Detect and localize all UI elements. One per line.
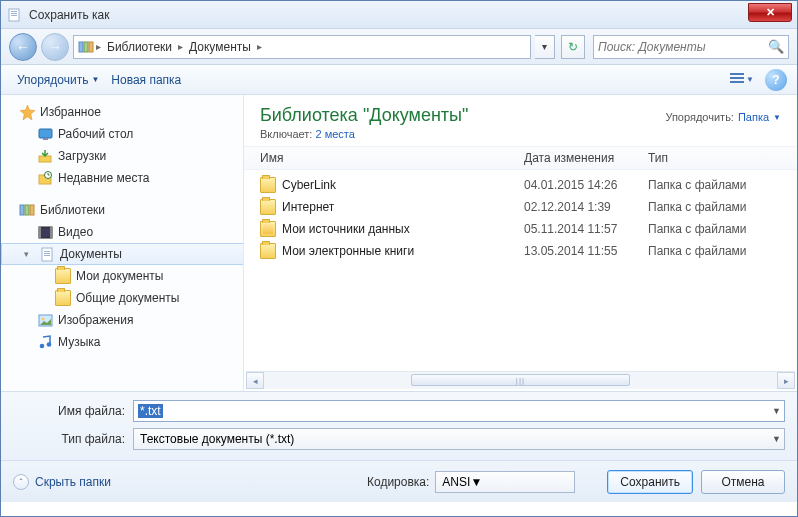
new-folder-button[interactable]: Новая папка: [105, 69, 187, 91]
tree-label: Рабочий стол: [58, 127, 133, 141]
address-bar[interactable]: ▸ Библиотеки ▸ Документы ▸: [73, 35, 531, 59]
folder-icon: [260, 243, 276, 259]
svg-rect-4: [79, 42, 83, 52]
chevron-right-icon: ▸: [94, 41, 103, 52]
expand-icon: ▾: [24, 249, 34, 259]
filetype-label: Тип файла:: [13, 432, 133, 446]
arrow-left-icon: ←: [16, 39, 30, 55]
content-pane: Библиотека "Документы" Включает: 2 места…: [244, 95, 797, 391]
folder-icon: [55, 290, 71, 306]
scroll-right-icon[interactable]: ▸: [777, 372, 795, 389]
refresh-button[interactable]: ↻: [561, 35, 585, 59]
tree-label: Документы: [60, 247, 122, 261]
close-button[interactable]: ✕: [748, 3, 792, 22]
col-name[interactable]: Имя: [260, 151, 524, 165]
downloads-icon: [37, 148, 53, 164]
window-title: Сохранить как: [29, 8, 109, 22]
encoding-select[interactable]: ANSI ▼: [435, 471, 575, 493]
list-item[interactable]: Мои источники данных 05.11.2014 11:57 Па…: [244, 218, 797, 240]
filename-label: Имя файла:: [13, 404, 133, 418]
tree-node-documents[interactable]: ▾ Документы: [1, 243, 244, 265]
search-icon: 🔍: [768, 39, 784, 54]
help-button[interactable]: ?: [765, 69, 787, 91]
chevron-down-icon: ▾: [542, 41, 547, 52]
nav-bar: ← → ▸ Библиотеки ▸ Документы ▸ ▾ ↻ 🔍: [1, 29, 797, 65]
tree-node-videos[interactable]: Видео: [1, 221, 243, 243]
scroll-left-icon[interactable]: ◂: [246, 372, 264, 389]
scrollbar-thumb[interactable]: |||: [411, 374, 631, 386]
svg-rect-5: [84, 42, 88, 52]
forward-button[interactable]: →: [41, 33, 69, 61]
view-icon: [730, 72, 744, 87]
titlebar: Сохранить как ✕: [1, 1, 797, 29]
tree-label: Изображения: [58, 313, 133, 327]
svg-marker-10: [20, 105, 35, 120]
tree-node-music[interactable]: Музыка: [1, 331, 243, 353]
horizontal-scrollbar[interactable]: ◂ ||| ▸: [246, 371, 795, 389]
list-item[interactable]: Мои электронные книги 13.05.2014 11:55 П…: [244, 240, 797, 262]
app-icon: [7, 7, 23, 23]
cancel-button[interactable]: Отмена: [701, 470, 785, 494]
svg-rect-21: [50, 227, 52, 238]
document-icon: [39, 246, 55, 262]
music-icon: [37, 334, 53, 350]
save-button[interactable]: Сохранить: [607, 470, 693, 494]
col-date[interactable]: Дата изменения: [524, 151, 648, 165]
breadcrumb-seg-2[interactable]: Документы: [185, 40, 255, 54]
back-button[interactable]: ←: [9, 33, 37, 61]
address-dropdown[interactable]: ▾: [535, 35, 555, 59]
nav-tree: Избранное Рабочий стол Загрузки Недавние…: [1, 95, 244, 391]
library-title: Библиотека "Документы": [260, 105, 468, 126]
svg-rect-11: [39, 129, 52, 138]
tree-node-my-documents[interactable]: Мои документы: [1, 265, 243, 287]
dialog-footer: ˆ Скрыть папки Кодировка: ANSI ▼ Сохрани…: [1, 460, 797, 502]
chevron-down-icon: ▼: [91, 75, 99, 84]
tree-node-recent[interactable]: Недавние места: [1, 167, 243, 189]
chevron-down-icon[interactable]: ▼: [772, 406, 781, 416]
tree-node-pictures[interactable]: Изображения: [1, 309, 243, 331]
svg-point-27: [41, 317, 44, 320]
arrange-value: Папка: [738, 111, 769, 123]
tree-libraries[interactable]: Библиотеки: [1, 199, 243, 221]
svg-rect-23: [44, 251, 50, 252]
tree-label: Недавние места: [58, 171, 149, 185]
list-item[interactable]: Интернет 02.12.2014 1:39 Папка с файлами: [244, 196, 797, 218]
tree-label: Мои документы: [76, 269, 163, 283]
svg-rect-2: [11, 13, 17, 14]
folder-icon: [260, 177, 276, 193]
col-type[interactable]: Тип: [648, 151, 797, 165]
includes-link[interactable]: 2 места: [315, 128, 354, 140]
close-icon: ✕: [766, 6, 775, 19]
column-headers[interactable]: Имя Дата изменения Тип: [244, 146, 797, 170]
tree-label: Библиотеки: [40, 203, 105, 217]
tree-node-public-documents[interactable]: Общие документы: [1, 287, 243, 309]
folder-db-icon: [260, 221, 276, 237]
save-as-dialog: Сохранить как ✕ ← → ▸ Библиотеки ▸ Докум…: [0, 0, 798, 517]
search-input[interactable]: [598, 40, 784, 54]
svg-rect-6: [89, 42, 93, 52]
hide-folders-button[interactable]: ˆ Скрыть папки: [13, 474, 111, 490]
tree-favorites[interactable]: Избранное: [1, 101, 243, 123]
pictures-icon: [37, 312, 53, 328]
tree-node-desktop[interactable]: Рабочий стол: [1, 123, 243, 145]
chevron-down-icon: ▼: [746, 75, 754, 84]
tree-node-downloads[interactable]: Загрузки: [1, 145, 243, 167]
svg-rect-16: [20, 205, 24, 215]
arrange-by[interactable]: Упорядочить: Папка ▼: [665, 105, 781, 123]
filetype-select[interactable]: Текстовые документы (*.txt) ▼: [133, 428, 785, 450]
star-icon: [19, 104, 35, 120]
chevron-down-icon: ▼: [470, 475, 482, 489]
breadcrumb-seg-1[interactable]: Библиотеки: [103, 40, 176, 54]
svg-rect-18: [30, 205, 34, 215]
file-list: CyberLink 04.01.2015 14:26 Папка с файла…: [244, 170, 797, 266]
organize-menu[interactable]: Упорядочить ▼: [11, 69, 105, 91]
folder-icon: [260, 199, 276, 215]
arrow-right-icon: →: [48, 39, 62, 55]
search-box[interactable]: 🔍: [593, 35, 789, 59]
view-options-button[interactable]: ▼: [729, 69, 755, 91]
filename-input[interactable]: *.txt ▼: [133, 400, 785, 422]
list-item[interactable]: CyberLink 04.01.2015 14:26 Папка с файла…: [244, 174, 797, 196]
filetype-value: Текстовые документы (*.txt): [140, 432, 294, 446]
chevron-right-icon: ▸: [255, 41, 264, 52]
library-header: Библиотека "Документы" Включает: 2 места…: [244, 95, 797, 146]
